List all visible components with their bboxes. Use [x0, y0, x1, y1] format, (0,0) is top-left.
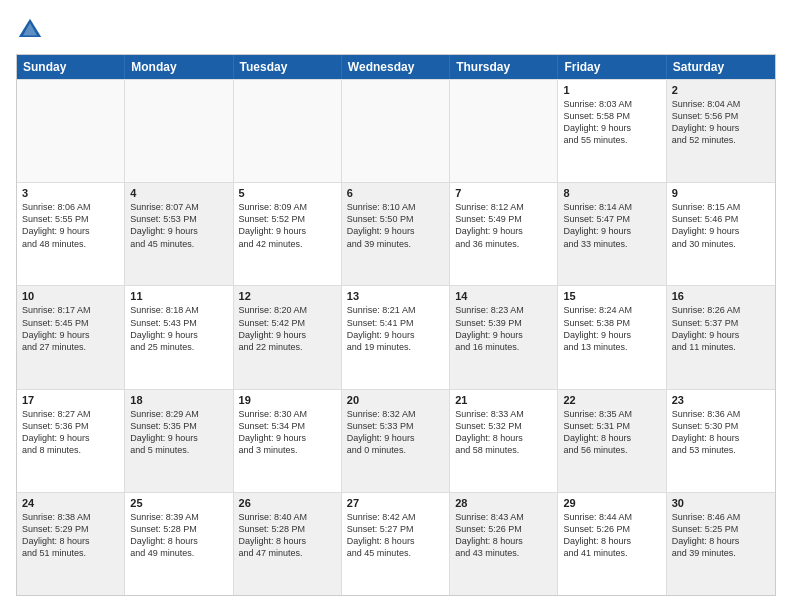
day-cell-18: 18Sunrise: 8:29 AM Sunset: 5:35 PM Dayli… [125, 390, 233, 492]
day-number: 10 [22, 290, 119, 302]
day-info: Sunrise: 8:12 AM Sunset: 5:49 PM Dayligh… [455, 201, 552, 250]
day-number: 29 [563, 497, 660, 509]
day-info: Sunrise: 8:38 AM Sunset: 5:29 PM Dayligh… [22, 511, 119, 560]
header-day-wednesday: Wednesday [342, 55, 450, 79]
day-number: 6 [347, 187, 444, 199]
day-info: Sunrise: 8:26 AM Sunset: 5:37 PM Dayligh… [672, 304, 770, 353]
day-number: 7 [455, 187, 552, 199]
empty-cell [234, 80, 342, 182]
day-info: Sunrise: 8:17 AM Sunset: 5:45 PM Dayligh… [22, 304, 119, 353]
page: SundayMondayTuesdayWednesdayThursdayFrid… [0, 0, 792, 612]
day-cell-7: 7Sunrise: 8:12 AM Sunset: 5:49 PM Daylig… [450, 183, 558, 285]
header-day-thursday: Thursday [450, 55, 558, 79]
day-number: 2 [672, 84, 770, 96]
day-info: Sunrise: 8:07 AM Sunset: 5:53 PM Dayligh… [130, 201, 227, 250]
day-cell-15: 15Sunrise: 8:24 AM Sunset: 5:38 PM Dayli… [558, 286, 666, 388]
calendar: SundayMondayTuesdayWednesdayThursdayFrid… [16, 54, 776, 596]
header-day-sunday: Sunday [17, 55, 125, 79]
day-info: Sunrise: 8:39 AM Sunset: 5:28 PM Dayligh… [130, 511, 227, 560]
logo [16, 16, 48, 44]
day-number: 3 [22, 187, 119, 199]
header-day-monday: Monday [125, 55, 233, 79]
day-number: 24 [22, 497, 119, 509]
header [16, 16, 776, 44]
day-info: Sunrise: 8:09 AM Sunset: 5:52 PM Dayligh… [239, 201, 336, 250]
day-cell-19: 19Sunrise: 8:30 AM Sunset: 5:34 PM Dayli… [234, 390, 342, 492]
calendar-body: 1Sunrise: 8:03 AM Sunset: 5:58 PM Daylig… [17, 79, 775, 595]
empty-cell [342, 80, 450, 182]
day-number: 18 [130, 394, 227, 406]
day-number: 1 [563, 84, 660, 96]
day-cell-6: 6Sunrise: 8:10 AM Sunset: 5:50 PM Daylig… [342, 183, 450, 285]
day-number: 9 [672, 187, 770, 199]
day-info: Sunrise: 8:23 AM Sunset: 5:39 PM Dayligh… [455, 304, 552, 353]
calendar-row-0: 1Sunrise: 8:03 AM Sunset: 5:58 PM Daylig… [17, 79, 775, 182]
day-number: 14 [455, 290, 552, 302]
day-number: 20 [347, 394, 444, 406]
day-info: Sunrise: 8:24 AM Sunset: 5:38 PM Dayligh… [563, 304, 660, 353]
day-info: Sunrise: 8:42 AM Sunset: 5:27 PM Dayligh… [347, 511, 444, 560]
day-cell-4: 4Sunrise: 8:07 AM Sunset: 5:53 PM Daylig… [125, 183, 233, 285]
day-info: Sunrise: 8:33 AM Sunset: 5:32 PM Dayligh… [455, 408, 552, 457]
day-info: Sunrise: 8:29 AM Sunset: 5:35 PM Dayligh… [130, 408, 227, 457]
day-info: Sunrise: 8:14 AM Sunset: 5:47 PM Dayligh… [563, 201, 660, 250]
day-info: Sunrise: 8:46 AM Sunset: 5:25 PM Dayligh… [672, 511, 770, 560]
day-number: 30 [672, 497, 770, 509]
day-info: Sunrise: 8:03 AM Sunset: 5:58 PM Dayligh… [563, 98, 660, 147]
day-cell-22: 22Sunrise: 8:35 AM Sunset: 5:31 PM Dayli… [558, 390, 666, 492]
day-cell-1: 1Sunrise: 8:03 AM Sunset: 5:58 PM Daylig… [558, 80, 666, 182]
day-cell-8: 8Sunrise: 8:14 AM Sunset: 5:47 PM Daylig… [558, 183, 666, 285]
day-cell-11: 11Sunrise: 8:18 AM Sunset: 5:43 PM Dayli… [125, 286, 233, 388]
day-cell-26: 26Sunrise: 8:40 AM Sunset: 5:28 PM Dayli… [234, 493, 342, 595]
day-cell-24: 24Sunrise: 8:38 AM Sunset: 5:29 PM Dayli… [17, 493, 125, 595]
day-cell-28: 28Sunrise: 8:43 AM Sunset: 5:26 PM Dayli… [450, 493, 558, 595]
day-info: Sunrise: 8:35 AM Sunset: 5:31 PM Dayligh… [563, 408, 660, 457]
day-info: Sunrise: 8:27 AM Sunset: 5:36 PM Dayligh… [22, 408, 119, 457]
day-number: 17 [22, 394, 119, 406]
day-cell-5: 5Sunrise: 8:09 AM Sunset: 5:52 PM Daylig… [234, 183, 342, 285]
day-cell-27: 27Sunrise: 8:42 AM Sunset: 5:27 PM Dayli… [342, 493, 450, 595]
day-info: Sunrise: 8:20 AM Sunset: 5:42 PM Dayligh… [239, 304, 336, 353]
day-cell-21: 21Sunrise: 8:33 AM Sunset: 5:32 PM Dayli… [450, 390, 558, 492]
day-number: 28 [455, 497, 552, 509]
day-number: 26 [239, 497, 336, 509]
empty-cell [125, 80, 233, 182]
header-day-friday: Friday [558, 55, 666, 79]
day-number: 23 [672, 394, 770, 406]
day-number: 8 [563, 187, 660, 199]
day-cell-14: 14Sunrise: 8:23 AM Sunset: 5:39 PM Dayli… [450, 286, 558, 388]
day-number: 16 [672, 290, 770, 302]
calendar-row-2: 10Sunrise: 8:17 AM Sunset: 5:45 PM Dayli… [17, 285, 775, 388]
day-info: Sunrise: 8:21 AM Sunset: 5:41 PM Dayligh… [347, 304, 444, 353]
day-cell-17: 17Sunrise: 8:27 AM Sunset: 5:36 PM Dayli… [17, 390, 125, 492]
calendar-row-4: 24Sunrise: 8:38 AM Sunset: 5:29 PM Dayli… [17, 492, 775, 595]
day-info: Sunrise: 8:10 AM Sunset: 5:50 PM Dayligh… [347, 201, 444, 250]
day-info: Sunrise: 8:30 AM Sunset: 5:34 PM Dayligh… [239, 408, 336, 457]
day-cell-13: 13Sunrise: 8:21 AM Sunset: 5:41 PM Dayli… [342, 286, 450, 388]
day-cell-20: 20Sunrise: 8:32 AM Sunset: 5:33 PM Dayli… [342, 390, 450, 492]
day-cell-25: 25Sunrise: 8:39 AM Sunset: 5:28 PM Dayli… [125, 493, 233, 595]
day-info: Sunrise: 8:04 AM Sunset: 5:56 PM Dayligh… [672, 98, 770, 147]
day-info: Sunrise: 8:18 AM Sunset: 5:43 PM Dayligh… [130, 304, 227, 353]
header-day-saturday: Saturday [667, 55, 775, 79]
day-cell-3: 3Sunrise: 8:06 AM Sunset: 5:55 PM Daylig… [17, 183, 125, 285]
day-info: Sunrise: 8:32 AM Sunset: 5:33 PM Dayligh… [347, 408, 444, 457]
day-info: Sunrise: 8:44 AM Sunset: 5:26 PM Dayligh… [563, 511, 660, 560]
day-number: 15 [563, 290, 660, 302]
day-info: Sunrise: 8:15 AM Sunset: 5:46 PM Dayligh… [672, 201, 770, 250]
header-day-tuesday: Tuesday [234, 55, 342, 79]
day-cell-9: 9Sunrise: 8:15 AM Sunset: 5:46 PM Daylig… [667, 183, 775, 285]
day-number: 11 [130, 290, 227, 302]
calendar-row-1: 3Sunrise: 8:06 AM Sunset: 5:55 PM Daylig… [17, 182, 775, 285]
day-info: Sunrise: 8:43 AM Sunset: 5:26 PM Dayligh… [455, 511, 552, 560]
day-number: 21 [455, 394, 552, 406]
day-cell-29: 29Sunrise: 8:44 AM Sunset: 5:26 PM Dayli… [558, 493, 666, 595]
day-number: 13 [347, 290, 444, 302]
empty-cell [17, 80, 125, 182]
day-cell-23: 23Sunrise: 8:36 AM Sunset: 5:30 PM Dayli… [667, 390, 775, 492]
calendar-header: SundayMondayTuesdayWednesdayThursdayFrid… [17, 55, 775, 79]
day-info: Sunrise: 8:40 AM Sunset: 5:28 PM Dayligh… [239, 511, 336, 560]
day-info: Sunrise: 8:06 AM Sunset: 5:55 PM Dayligh… [22, 201, 119, 250]
day-number: 22 [563, 394, 660, 406]
day-number: 19 [239, 394, 336, 406]
